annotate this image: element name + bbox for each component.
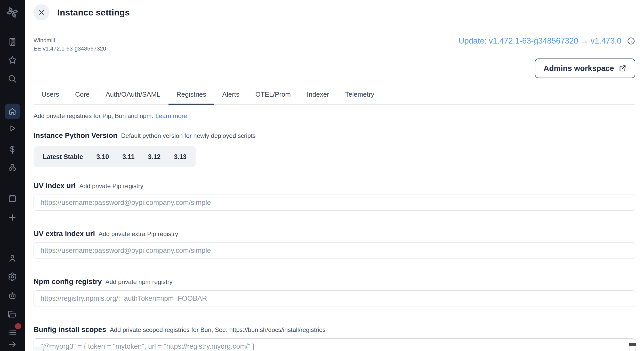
python-version-subtitle: Default python version for newly deploye…	[121, 132, 256, 139]
uv-extra-index-url-label: UV extra index url	[34, 230, 95, 238]
settings-tabs: Users Core Auth/OAuth/SAML Registries Al…	[34, 87, 635, 105]
update-link[interactable]: Update: v1.472.1-63-g348567320 → v1.473.…	[458, 36, 621, 46]
learn-more-link[interactable]: Learn more	[155, 112, 187, 119]
external-link-icon	[619, 64, 626, 72]
version-info: Windmill EE v1.472.1-63-g348567320	[34, 36, 106, 53]
calendar-icon[interactable]	[6, 192, 19, 205]
building-icon[interactable]	[6, 36, 19, 48]
npm-config-registry-input[interactable]	[34, 290, 635, 306]
search-icon[interactable]	[6, 73, 19, 85]
tab-core[interactable]: Core	[67, 87, 98, 105]
npm-config-registry-hint: Add private npm registry	[105, 278, 172, 286]
bunfig-install-scopes-hint: Add private scoped registries for Bun, S…	[110, 326, 326, 333]
windmill-logo-icon	[6, 6, 19, 19]
plus-icon[interactable]	[6, 211, 19, 224]
bunfig-install-scopes-input[interactable]	[34, 338, 635, 351]
admins-workspace-label: Admins workspace	[544, 64, 614, 73]
admins-workspace-button[interactable]: Admins workspace	[535, 58, 635, 78]
close-icon	[38, 9, 45, 16]
uv-index-url-hint: Add private Pip registry	[79, 182, 143, 190]
instance-settings-modal: Instance settings Windmill EE v1.472.1-6…	[25, 0, 644, 351]
edition-version: EE v1.472.1-63-g348567320	[34, 45, 106, 53]
tab-alerts[interactable]: Alerts	[214, 87, 247, 105]
uv-extra-index-url-hint: Add private extra Pip registry	[99, 230, 178, 238]
python-option-latest-stable[interactable]: Latest Stable	[36, 149, 90, 165]
tab-telemetry[interactable]: Telemetry	[337, 87, 382, 105]
modal-header: Instance settings	[25, 0, 644, 25]
tab-registries[interactable]: Registries	[168, 87, 214, 105]
robot-icon[interactable]	[6, 289, 19, 302]
runs-play-icon[interactable]	[6, 122, 19, 135]
user-icon[interactable]	[6, 252, 19, 265]
registries-intro: Add private registries for Pip, Bun and …	[34, 112, 153, 119]
page-title: Instance settings	[57, 7, 130, 18]
notification-badge	[15, 323, 21, 329]
sidebar-item-home[interactable]	[5, 104, 20, 119]
python-option-3-12[interactable]: 3.12	[141, 149, 167, 165]
arrow-right-icon[interactable]	[6, 338, 19, 350]
python-option-3-10[interactable]: 3.10	[90, 149, 116, 165]
uv-extra-index-url-input[interactable]	[34, 243, 635, 258]
npm-config-registry-label: Npm config registry	[34, 278, 102, 286]
gear-icon[interactable]	[6, 271, 19, 283]
sidebar	[0, 0, 25, 351]
dollar-icon[interactable]	[6, 144, 19, 156]
info-icon[interactable]	[627, 37, 635, 45]
app-name: Windmill	[34, 36, 106, 45]
bunfig-install-scopes-label: Bunfig install scopes	[34, 325, 106, 334]
close-button[interactable]	[34, 4, 50, 20]
uv-index-url-input[interactable]	[34, 195, 635, 211]
cubes-icon[interactable]	[6, 162, 19, 174]
folder-open-icon[interactable]	[6, 308, 19, 320]
python-option-3-11[interactable]: 3.11	[116, 149, 141, 165]
tab-otel-prom[interactable]: OTEL/Prom	[247, 87, 299, 105]
python-option-3-13[interactable]: 3.13	[167, 149, 193, 165]
clipped-next-section	[34, 347, 54, 351]
uv-index-url-label: UV index url	[34, 182, 76, 190]
sidebar-divider	[0, 95, 25, 95]
tab-indexer[interactable]: Indexer	[299, 87, 337, 105]
scrollbar-thumb[interactable]	[629, 343, 636, 346]
scrollbar-corner	[630, 346, 635, 351]
tab-auth-oauth-saml[interactable]: Auth/OAuth/SAML	[98, 87, 168, 105]
python-version-title: Instance Python Version	[34, 131, 117, 140]
tab-users[interactable]: Users	[34, 87, 67, 105]
star-icon[interactable]	[6, 54, 19, 66]
python-version-selector: Latest Stable 3.10 3.11 3.12 3.13	[34, 146, 196, 167]
